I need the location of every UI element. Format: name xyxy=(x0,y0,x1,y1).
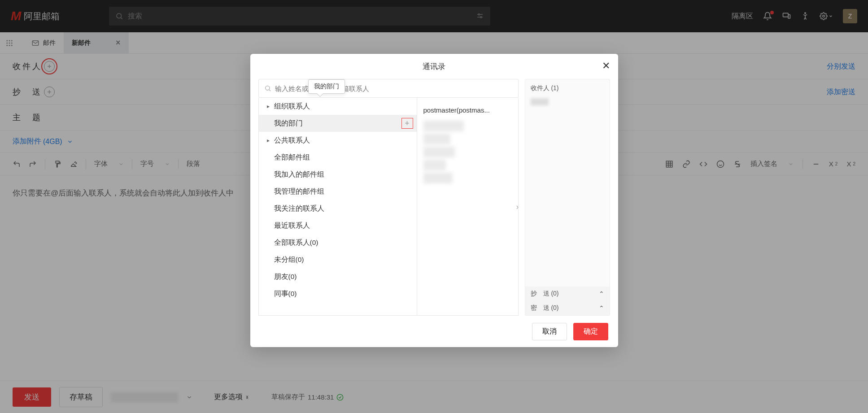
tree-item-label: 组织联系人 xyxy=(274,102,310,111)
tree-item[interactable]: 我管理的邮件组 xyxy=(259,183,417,200)
modal-header: 通讯录 ✕ xyxy=(250,54,618,79)
category-tree: ▸组织联系人我的部门+▸公共联系人全部邮件组我加入的邮件组我管理的邮件组我关注的… xyxy=(259,98,417,315)
tree-item[interactable]: 全部联系人(0) xyxy=(259,234,417,251)
tree-item-label: 全部联系人(0) xyxy=(274,238,318,248)
tree-item[interactable]: 我加入的邮件组 xyxy=(259,166,417,183)
svg-point-36 xyxy=(265,86,269,90)
tree-item-label: 我加入的邮件组 xyxy=(274,170,324,179)
chevron-up-icon: ⌃ xyxy=(599,290,604,297)
ok-button[interactable]: 确定 xyxy=(573,323,608,340)
tree-item-label: 公共联系人 xyxy=(274,136,310,145)
modal-title: 通讯录 xyxy=(423,61,445,72)
tooltip: 我的部门 xyxy=(308,79,345,94)
list-item[interactable]: postmaster(postmas... xyxy=(423,101,512,118)
chevron-right-icon[interactable]: › xyxy=(516,202,518,211)
modal-overlay: 通讯录 ✕ 我的部门 ▸组织联系人我的部门+▸公共联系人全部邮件组我加入的邮件组… xyxy=(0,0,868,413)
tree-item[interactable]: 未分组(0) xyxy=(259,251,417,268)
tree-item[interactable]: 我关注的联系人 xyxy=(259,200,417,217)
tree-item-label: 我的部门 xyxy=(274,119,303,128)
modal-search[interactable]: 我的部门 xyxy=(258,79,519,98)
tree-item-label: 最近联系人 xyxy=(274,221,310,230)
contacts-modal: 通讯录 ✕ 我的部门 ▸组织联系人我的部门+▸公共联系人全部邮件组我加入的邮件组… xyxy=(250,54,618,347)
tree-item-label: 同事(0) xyxy=(274,289,297,299)
redacted-item xyxy=(423,160,446,170)
redacted-recipient xyxy=(531,98,549,105)
redacted-item xyxy=(423,173,453,183)
contact-list: postmaster(postmas... › xyxy=(417,98,518,315)
recipients-header[interactable]: 收件人 (1) xyxy=(525,81,610,96)
bcc-header[interactable]: 密 送 (0) ⌃ xyxy=(525,301,610,315)
redacted-item xyxy=(423,121,464,131)
modal-footer: 取消 确定 xyxy=(250,316,618,347)
caret-right-icon: ▸ xyxy=(267,103,271,109)
cancel-button[interactable]: 取消 xyxy=(532,323,567,340)
chevron-up-icon: ⌃ xyxy=(599,304,604,312)
cc-header[interactable]: 抄 送 (0) ⌃ xyxy=(525,287,610,301)
tree-item[interactable]: ▸公共联系人 xyxy=(259,132,417,149)
tree-item-label: 朋友(0) xyxy=(274,272,297,282)
caret-right-icon: ▸ xyxy=(267,137,271,143)
tree-item[interactable]: 我的部门+ xyxy=(259,115,417,132)
tree-item[interactable]: 同事(0) xyxy=(259,285,417,302)
redacted-item xyxy=(423,147,455,157)
redacted-item xyxy=(423,134,450,144)
svg-line-37 xyxy=(269,90,270,91)
tree-item-label: 未分组(0) xyxy=(274,255,304,265)
selected-panel: 收件人 (1) 抄 送 (0) ⌃ 密 送 (0) ⌃ xyxy=(525,79,610,316)
tree-item-label: 我管理的邮件组 xyxy=(274,187,324,196)
add-department-button[interactable]: + xyxy=(401,118,413,129)
tree-item[interactable]: 最近联系人 xyxy=(259,217,417,234)
tree-item-label: 我关注的联系人 xyxy=(274,204,324,213)
tree-item-label: 全部邮件组 xyxy=(274,153,310,162)
close-icon[interactable]: ✕ xyxy=(602,60,610,72)
tree-item[interactable]: ▸组织联系人 xyxy=(259,98,417,115)
tree-item[interactable]: 朋友(0) xyxy=(259,268,417,285)
tree-item[interactable]: 全部邮件组 xyxy=(259,149,417,166)
search-icon xyxy=(264,85,271,92)
